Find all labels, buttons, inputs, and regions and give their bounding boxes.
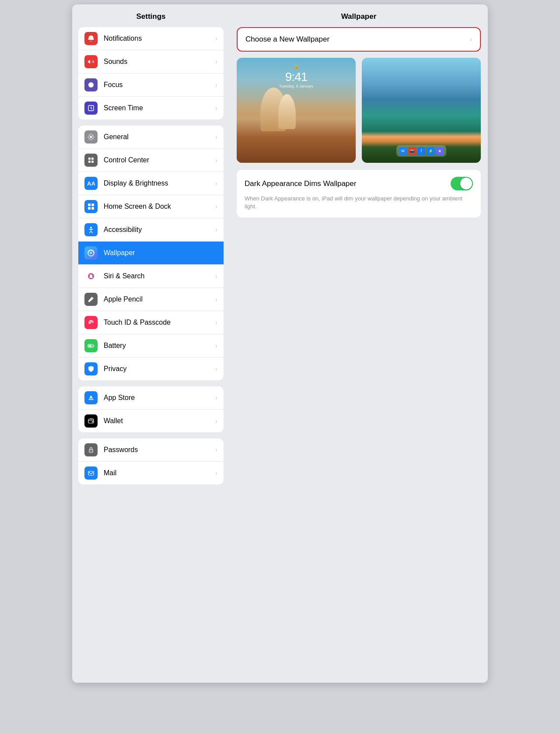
sidebar-item-privacy[interactable]: Privacy› bbox=[78, 358, 224, 380]
app-container: Settings Notifications›Sounds›Focus›Scre… bbox=[72, 4, 488, 683]
passwords-icon bbox=[84, 443, 98, 456]
sidebar-item-label-displaybrightness: Display & Brightness bbox=[104, 179, 215, 187]
sidebar-item-label-screentime: Screen Time bbox=[104, 104, 215, 112]
sidebar-item-accessibility[interactable]: Accessibility› bbox=[78, 218, 224, 242]
sidebar-item-mail[interactable]: Mail› bbox=[78, 462, 224, 484]
homescreen-icon bbox=[84, 200, 98, 213]
displaybrightness-icon: AA bbox=[84, 177, 98, 190]
sounds-icon bbox=[84, 55, 98, 68]
general-chevron-icon: › bbox=[215, 133, 217, 140]
svg-rect-5 bbox=[91, 161, 94, 163]
sidebar-item-homescreen[interactable]: Home Screen & Dock› bbox=[78, 195, 224, 218]
sidebar-item-battery[interactable]: Battery› bbox=[78, 334, 224, 358]
sidebar-item-label-passwords: Passwords bbox=[104, 446, 215, 454]
touchid-chevron-icon: › bbox=[215, 319, 217, 326]
wallet-icon bbox=[84, 414, 98, 428]
sidebar-item-label-notifications: Notifications bbox=[104, 35, 215, 42]
sidebar-item-siri[interactable]: Siri & Search› bbox=[78, 265, 224, 288]
sidebar-item-appstore[interactable]: App Store› bbox=[78, 386, 224, 410]
svg-rect-10 bbox=[91, 207, 94, 210]
svg-point-20 bbox=[91, 451, 91, 452]
sidebar-item-label-siri: Siri & Search bbox=[104, 272, 215, 280]
controlcenter-icon bbox=[84, 154, 98, 167]
settings-group-group4: Passwords›Mail› bbox=[78, 438, 224, 484]
accessibility-chevron-icon: › bbox=[215, 226, 217, 233]
svg-rect-8 bbox=[91, 203, 94, 206]
wallpaper-previews: 🔒 9:41 Tuesday, 9 January ✉ 📷 f ⚡ ★ bbox=[237, 58, 481, 163]
lock-date: Tuesday, 9 January bbox=[279, 84, 313, 88]
sidebar-item-controlcenter[interactable]: Control Center› bbox=[78, 149, 224, 172]
settings-group-group2: General›Control Center›AADisplay & Brigh… bbox=[78, 126, 224, 380]
svg-point-13 bbox=[90, 252, 92, 254]
main-content: Wallpaper Choose a New Wallpaper › 🔒 9:4… bbox=[230, 4, 488, 683]
sidebar-item-label-wallpaper: Wallpaper bbox=[104, 249, 217, 257]
rock-formation-2 bbox=[278, 94, 296, 129]
sidebar-item-label-controlcenter: Control Center bbox=[104, 156, 215, 164]
choose-wallpaper-button[interactable]: Choose a New Wallpaper › bbox=[237, 27, 481, 52]
sidebar-item-label-mail: Mail bbox=[104, 469, 215, 477]
mail-chevron-icon: › bbox=[215, 470, 217, 477]
svg-point-1 bbox=[90, 136, 92, 138]
battery-chevron-icon: › bbox=[215, 342, 217, 349]
sidebar-item-wallet[interactable]: Wallet› bbox=[78, 410, 224, 432]
sidebar-item-displaybrightness[interactable]: AADisplay & Brightness› bbox=[78, 172, 224, 195]
controlcenter-chevron-icon: › bbox=[215, 157, 217, 164]
dark-appearance-description: When Dark Appearance is on, iPad will di… bbox=[245, 195, 473, 210]
sounds-chevron-icon: › bbox=[215, 58, 217, 65]
sidebar-item-notifications[interactable]: Notifications› bbox=[78, 27, 224, 50]
sidebar-item-touchid[interactable]: Touch ID & Passcode› bbox=[78, 311, 224, 334]
svg-rect-16 bbox=[89, 345, 92, 347]
mail-icon bbox=[84, 466, 98, 480]
svg-rect-21 bbox=[88, 471, 94, 475]
lock-icon: 🔒 bbox=[294, 64, 299, 69]
svg-rect-9 bbox=[88, 207, 91, 210]
siri-chevron-icon: › bbox=[215, 273, 217, 280]
sidebar-item-label-general: General bbox=[104, 133, 215, 141]
home-app-facebook-icon: f bbox=[417, 147, 425, 155]
sidebar-item-passwords[interactable]: Passwords› bbox=[78, 438, 224, 462]
sidebar-item-screentime[interactable]: Screen Time› bbox=[78, 97, 224, 119]
dark-appearance-toggle[interactable] bbox=[451, 177, 473, 190]
sidebar-item-label-touchid: Touch ID & Passcode bbox=[104, 319, 215, 326]
wallpaper-icon bbox=[84, 246, 98, 260]
sidebar-item-general[interactable]: General› bbox=[78, 126, 224, 149]
lock-time: 9:41 bbox=[279, 70, 313, 84]
lock-screen-wallpaper-thumb[interactable]: 🔒 9:41 Tuesday, 9 January bbox=[237, 58, 356, 163]
sidebar-item-label-privacy: Privacy bbox=[104, 365, 215, 373]
privacy-icon bbox=[84, 362, 98, 375]
toggle-knob bbox=[460, 178, 472, 189]
lock-time-display: 9:41 Tuesday, 9 January bbox=[279, 70, 313, 88]
applepencil-chevron-icon: › bbox=[215, 296, 217, 303]
sidebar-item-sounds[interactable]: Sounds› bbox=[78, 50, 224, 74]
svg-rect-18 bbox=[92, 421, 93, 422]
screentime-icon bbox=[84, 102, 98, 115]
sidebar-item-focus[interactable]: Focus› bbox=[78, 74, 224, 97]
home-app-messenger-icon: ⚡ bbox=[427, 147, 434, 155]
accessibility-icon bbox=[84, 223, 98, 236]
sidebar-item-label-focus: Focus bbox=[104, 81, 215, 89]
notifications-chevron-icon: › bbox=[215, 35, 217, 42]
general-icon bbox=[84, 130, 98, 144]
sidebar-item-wallpaper[interactable]: Wallpaper bbox=[78, 242, 224, 265]
sidebar-item-label-sounds: Sounds bbox=[104, 58, 215, 66]
dark-appearance-row: Dark Appearance Dims Wallpaper bbox=[245, 177, 473, 190]
sidebar-item-label-homescreen: Home Screen & Dock bbox=[104, 203, 215, 210]
battery-icon bbox=[84, 339, 98, 352]
homescreen-chevron-icon: › bbox=[215, 203, 217, 210]
sidebar: Settings Notifications›Sounds›Focus›Scre… bbox=[72, 4, 230, 683]
svg-rect-17 bbox=[88, 419, 94, 423]
sidebar-item-label-applepencil: Apple Pencil bbox=[104, 295, 215, 303]
settings-group-group3: App Store›Wallet› bbox=[78, 386, 224, 432]
sidebar-item-applepencil[interactable]: Apple Pencil› bbox=[78, 288, 224, 311]
wallet-chevron-icon: › bbox=[215, 417, 217, 424]
home-app-other-icon: ★ bbox=[436, 147, 444, 155]
sidebar-item-label-battery: Battery bbox=[104, 342, 215, 350]
privacy-chevron-icon: › bbox=[215, 365, 217, 372]
sidebar-item-label-accessibility: Accessibility bbox=[104, 226, 215, 234]
notifications-icon bbox=[84, 32, 98, 45]
sidebar-title: Settings bbox=[78, 4, 224, 27]
svg-rect-4 bbox=[88, 161, 91, 163]
focus-chevron-icon: › bbox=[215, 81, 217, 88]
choose-wallpaper-label: Choose a New Wallpaper bbox=[245, 35, 329, 44]
home-screen-wallpaper-thumb[interactable]: ✉ 📷 f ⚡ ★ bbox=[362, 58, 481, 163]
